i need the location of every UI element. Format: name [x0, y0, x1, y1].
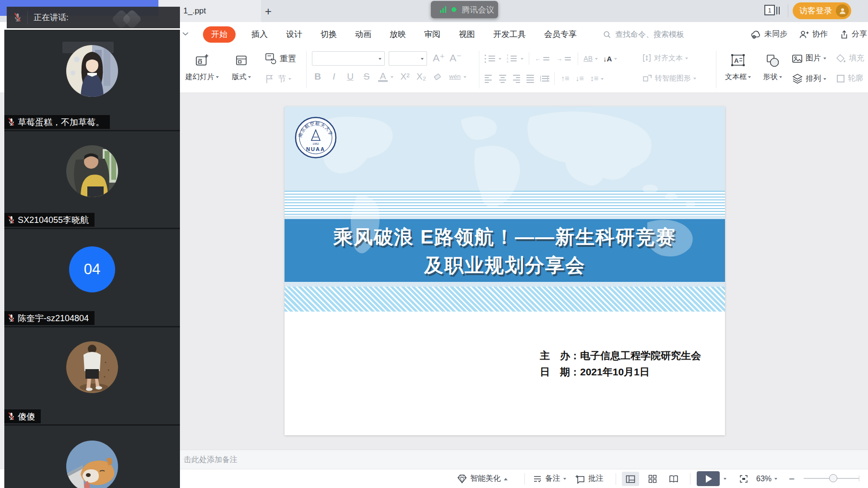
sync-status-button[interactable]: 未同步	[750, 29, 787, 39]
slide-sorter-icon	[648, 475, 657, 483]
slide-title-block[interactable]: 乘风破浪 E路领航！——新生科研竞赛 及职业规划分享会	[285, 221, 725, 282]
section-button[interactable]: 节	[265, 73, 291, 84]
font-name-select[interactable]	[312, 51, 385, 66]
tab-home[interactable]: 开始	[203, 22, 236, 46]
smart-beautify-button[interactable]: 智能美化	[457, 469, 508, 488]
participant-tile[interactable]: 04 陈奎宇-sz2104804	[4, 229, 180, 326]
normal-view-button[interactable]	[622, 472, 639, 486]
font-size-select[interactable]	[389, 51, 427, 66]
text-box-button[interactable]: A 文本框	[721, 49, 755, 81]
collaborate-button[interactable]: 协作	[799, 29, 828, 39]
ribbon-collapse-icon[interactable]	[182, 32, 189, 36]
participant-tile[interactable]: 草莓蛋糕，不加草莓。	[4, 30, 180, 130]
reset-button[interactable]: 重置	[265, 52, 296, 65]
line-spacing-button[interactable]: ↕≡	[590, 74, 598, 83]
fill-button[interactable]: 填充	[836, 53, 864, 63]
slide-host-block[interactable]: 主 办：电子信息工程学院研究生会 日 期：2021年10月1日	[540, 348, 701, 380]
participant-avatar	[66, 45, 118, 97]
tab-animation[interactable]: 动画	[346, 22, 380, 46]
tab-view[interactable]: 视图	[450, 22, 484, 46]
document-tab-label: 1_.ppt	[183, 6, 206, 16]
italic-button[interactable]: I	[329, 71, 339, 82]
strikethrough-button[interactable]: S	[362, 71, 371, 82]
bullet-list-button[interactable]	[485, 55, 501, 63]
play-slideshow-button[interactable]	[697, 471, 720, 486]
phonetic-guide-button[interactable]: wén	[449, 74, 461, 80]
tab-transition[interactable]: 切换	[311, 22, 346, 46]
font-color-button[interactable]: A	[378, 72, 388, 82]
align-right-button[interactable]	[512, 75, 520, 83]
new-slide-button[interactable]: 建幻灯片	[181, 49, 223, 81]
new-tab-button[interactable]: +	[261, 4, 276, 19]
notes-pane[interactable]: 击此处添加备注	[180, 450, 868, 469]
notes-button[interactable]: 备注	[533, 469, 566, 488]
search-placeholder: 查找命令、搜索模板	[615, 30, 684, 40]
slide-sorter-view-button[interactable]	[644, 472, 661, 486]
spacing-before-button[interactable]: ↑≡	[561, 74, 569, 83]
text-direction-button[interactable]: ↓A	[603, 55, 617, 63]
spacing-after-button[interactable]: ↓≡	[575, 74, 583, 83]
participant-name: 陈奎宇-sz2104804	[18, 313, 89, 324]
layout-button[interactable]: 版式	[226, 49, 256, 81]
reading-view-button[interactable]	[665, 472, 682, 486]
shapes-icon	[765, 49, 780, 71]
underline-button[interactable]: U	[345, 71, 355, 82]
university-logo[interactable]: 南京航空航天大学 1952 NUAA	[295, 116, 337, 159]
meeting-floating-pill[interactable]: 腾讯会议	[431, 1, 498, 18]
participant-tile[interactable]	[4, 426, 180, 488]
outline-icon	[836, 74, 845, 83]
superscript-button[interactable]: X²	[400, 71, 410, 82]
convert-smart-graphic-button[interactable]: 转智能图形	[642, 73, 696, 83]
new-slide-icon	[195, 49, 209, 71]
participant-tile[interactable]: 傻傻	[4, 327, 180, 424]
tab-slideshow[interactable]: 放映	[380, 22, 415, 46]
tab-insert[interactable]: 插入	[242, 22, 277, 46]
comment-button[interactable]: 批注	[575, 469, 604, 488]
distribute-text-button[interactable]	[540, 76, 548, 81]
fit-slide-button[interactable]	[739, 469, 749, 488]
clear-format-icon[interactable]	[433, 72, 442, 81]
align-left-button[interactable]	[485, 75, 492, 83]
slide[interactable]: 南京航空航天大学 1952 NUAA 乘风破浪 E路领航！——新生科研竞赛 及职…	[285, 106, 725, 435]
zoom-slider-thumb[interactable]	[829, 474, 837, 482]
bold-button[interactable]: B	[313, 71, 322, 82]
collapse-up-icon	[504, 476, 508, 480]
date-line: 日 期：2021年10月1日	[540, 364, 701, 380]
picture-button[interactable]: 图片	[792, 53, 826, 63]
decrease-indent-button[interactable]: ←	[535, 55, 551, 62]
outline-button[interactable]: 轮廓	[836, 73, 863, 83]
meeting-participant-list: 草莓蛋糕，不加草莓。 SX2104055李晓航	[4, 30, 180, 488]
participant-avatar-number: 04	[69, 246, 115, 292]
slide-diagonal-stripes	[285, 287, 725, 312]
tab-devtools[interactable]: 开发工具	[484, 22, 535, 46]
shrink-font-button[interactable]: A⁻	[450, 52, 462, 64]
muted-mic-icon	[8, 412, 15, 421]
align-center-button[interactable]	[499, 75, 506, 83]
play-options-dropdown[interactable]	[724, 469, 726, 488]
tab-review[interactable]: 审阅	[415, 22, 450, 46]
muted-mic-icon	[13, 12, 22, 23]
command-search[interactable]: 查找命令、搜索模板	[603, 28, 684, 41]
align-justify-button[interactable]	[526, 75, 534, 83]
tab-design[interactable]: 设计	[277, 22, 311, 46]
participant-tile[interactable]: SX2104055李晓航	[4, 131, 180, 228]
increase-indent-button[interactable]: →	[556, 55, 572, 62]
subscript-button[interactable]: X₂	[416, 71, 426, 82]
text-box-icon: A	[730, 49, 746, 71]
shapes-button[interactable]: 形状	[758, 49, 787, 81]
grow-font-button[interactable]: A⁺	[433, 52, 445, 64]
tab-membership[interactable]: 会员专享	[535, 22, 586, 46]
slide-title-line1: 乘风破浪 E路领航！——新生科研竞赛	[333, 224, 676, 250]
participant-name-tag: SX2104055李晓航	[4, 213, 95, 227]
zoom-level-button[interactable]: 63%	[756, 469, 777, 488]
share-button[interactable]: 分享	[839, 29, 867, 39]
meeting-speaking-header[interactable]: 正在讲话:	[7, 7, 180, 28]
window-stack-icon	[775, 6, 780, 14]
numbered-list-button[interactable]: 123	[507, 54, 523, 64]
align-text-button[interactable]: 对齐文本	[642, 53, 688, 63]
arrange-button[interactable]: 排列	[792, 73, 826, 84]
window-count-button[interactable]: 1	[764, 5, 780, 15]
zoom-out-button[interactable]: −	[789, 469, 795, 488]
guest-login-button[interactable]: 访客登录	[793, 2, 851, 19]
character-border-button[interactable]: AB	[583, 55, 598, 62]
